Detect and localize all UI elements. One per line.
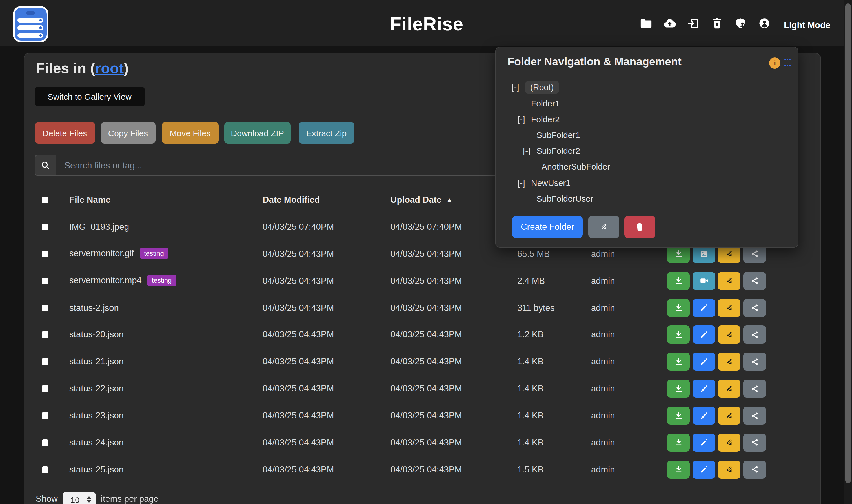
rename-button[interactable] bbox=[718, 272, 741, 290]
trash-restore-icon[interactable] bbox=[711, 17, 724, 30]
file-table-body: IMG_0193.jpeg 04/03/25 07:40PM 04/03/25 … bbox=[24, 213, 820, 483]
row-checkbox[interactable] bbox=[42, 466, 49, 473]
page-title: Files in (root) bbox=[36, 60, 128, 77]
toolbar-button[interactable]: Copy Files bbox=[101, 123, 156, 144]
search-icon bbox=[35, 155, 56, 176]
uploader-cell: admin bbox=[591, 249, 615, 259]
row-checkbox[interactable] bbox=[42, 223, 49, 230]
rename-button[interactable] bbox=[718, 380, 741, 398]
share-button[interactable] bbox=[743, 407, 766, 425]
share-button[interactable] bbox=[743, 353, 766, 371]
row-checkbox[interactable] bbox=[42, 439, 49, 446]
preview-button[interactable] bbox=[693, 380, 715, 398]
rename-button[interactable] bbox=[718, 326, 741, 344]
download-button[interactable] bbox=[667, 434, 690, 452]
rename-button[interactable] bbox=[718, 299, 741, 317]
folder-tree-item[interactable]: [-] SubFolder1 bbox=[496, 127, 798, 143]
user-shield-icon[interactable] bbox=[734, 17, 747, 30]
download-button[interactable] bbox=[667, 299, 690, 317]
folder-icon[interactable] bbox=[640, 17, 653, 30]
folder-navigation-panel: Folder Navigation & Management i [-] (Ro… bbox=[495, 47, 798, 248]
download-button[interactable] bbox=[667, 326, 690, 344]
rename-button[interactable] bbox=[718, 434, 741, 452]
drag-handle-icon[interactable] bbox=[784, 59, 790, 67]
rename-button[interactable] bbox=[718, 353, 741, 371]
rename-button[interactable] bbox=[718, 461, 741, 479]
root-link[interactable]: root bbox=[95, 60, 124, 77]
download-button[interactable] bbox=[667, 353, 690, 371]
page-size-select[interactable]: 10 bbox=[63, 492, 96, 504]
user-circle-icon[interactable] bbox=[758, 17, 771, 30]
row-checkbox[interactable] bbox=[42, 331, 49, 338]
preview-button[interactable] bbox=[693, 299, 715, 317]
tag-badge: testing bbox=[139, 248, 169, 259]
download-button[interactable] bbox=[667, 461, 690, 479]
rename-button[interactable] bbox=[718, 407, 741, 425]
preview-button[interactable] bbox=[693, 434, 715, 452]
select-spinner-icon bbox=[87, 496, 91, 503]
share-button[interactable] bbox=[743, 326, 766, 344]
preview-button[interactable] bbox=[693, 461, 715, 479]
preview-button[interactable] bbox=[693, 407, 715, 425]
row-checkbox[interactable] bbox=[42, 385, 49, 392]
delete-folder-button[interactable] bbox=[624, 215, 655, 238]
uploader-cell: admin bbox=[591, 330, 615, 340]
uploader-cell: admin bbox=[591, 465, 615, 475]
row-checkbox[interactable] bbox=[42, 412, 49, 419]
download-button[interactable] bbox=[667, 272, 690, 290]
row-actions bbox=[667, 353, 766, 371]
page-scrollbar[interactable] bbox=[844, 0, 852, 504]
row-checkbox[interactable] bbox=[42, 304, 49, 311]
file-name-cell: status-24.json bbox=[69, 437, 138, 448]
share-button[interactable] bbox=[743, 299, 766, 317]
collapse-toggle[interactable]: [-] bbox=[512, 83, 525, 92]
cloud-upload-icon[interactable] bbox=[663, 17, 676, 30]
download-button[interactable] bbox=[667, 380, 690, 398]
uploader-cell: admin bbox=[591, 276, 615, 286]
scrollbar-thumb[interactable] bbox=[845, 3, 851, 483]
toolbar-button[interactable]: Download ZIP bbox=[224, 123, 291, 144]
select-all-checkbox[interactable] bbox=[42, 197, 49, 203]
preview-button[interactable] bbox=[693, 326, 715, 344]
row-checkbox[interactable] bbox=[42, 358, 49, 365]
preview-button[interactable] bbox=[693, 353, 715, 371]
col-date-modified[interactable]: Date Modified bbox=[263, 195, 320, 205]
collapse-toggle[interactable]: [-] bbox=[518, 178, 531, 187]
date-modified-cell: 04/03/25 04:43PM bbox=[263, 303, 334, 313]
toolbar-button[interactable]: Extract Zip bbox=[298, 123, 354, 144]
folder-tree-item[interactable]: [-] Folder1 bbox=[496, 95, 798, 111]
table-row: status-22.json 04/03/25 04:43PM 04/03/25… bbox=[24, 375, 820, 402]
preview-button[interactable] bbox=[693, 272, 715, 290]
filerise-logo-icon[interactable] bbox=[13, 6, 49, 42]
folder-tree-item[interactable]: [-] (Root) bbox=[496, 79, 798, 95]
folder-label: SubFolder1 bbox=[536, 130, 580, 140]
share-button[interactable] bbox=[743, 461, 766, 479]
row-checkbox[interactable] bbox=[42, 277, 49, 284]
col-upload-date[interactable]: Upload Date▲ bbox=[390, 195, 453, 205]
row-checkbox[interactable] bbox=[42, 250, 49, 257]
col-file-name[interactable]: File Name bbox=[69, 195, 110, 205]
collapse-toggle[interactable]: [-] bbox=[523, 146, 536, 156]
date-modified-cell: 04/03/25 04:43PM bbox=[263, 383, 334, 394]
download-button[interactable] bbox=[667, 407, 690, 425]
folder-label: NewUser1 bbox=[531, 178, 571, 187]
switch-gallery-view-button[interactable]: Switch to Gallery View bbox=[35, 87, 144, 106]
share-button[interactable] bbox=[743, 380, 766, 398]
collapse-toggle[interactable]: [-] bbox=[518, 114, 531, 124]
folder-tree-item[interactable]: [-] Folder2 bbox=[496, 111, 798, 127]
uploader-cell: admin bbox=[591, 357, 615, 367]
folder-tree-item[interactable]: [-] AnotherSubFolder bbox=[496, 159, 798, 175]
create-folder-button[interactable]: Create Folder bbox=[512, 215, 583, 238]
rename-folder-button[interactable] bbox=[589, 215, 620, 238]
toolbar-button[interactable]: Delete Files bbox=[35, 123, 95, 144]
toolbar-button[interactable]: Move Files bbox=[162, 123, 219, 144]
folder-tree-item[interactable]: [-] NewUser1 bbox=[496, 175, 798, 190]
sign-in-icon[interactable] bbox=[687, 17, 700, 30]
folder-tree-item[interactable]: [-] SubFolder2 bbox=[496, 143, 798, 159]
share-button[interactable] bbox=[743, 272, 766, 290]
info-icon[interactable]: i bbox=[769, 57, 780, 68]
folder-tree-item[interactable]: [-] SubFolderUser bbox=[496, 190, 798, 206]
share-button[interactable] bbox=[743, 434, 766, 452]
pagination: Show 10 items per page bbox=[24, 490, 820, 504]
light-mode-toggle[interactable]: Light Mode bbox=[784, 20, 830, 31]
